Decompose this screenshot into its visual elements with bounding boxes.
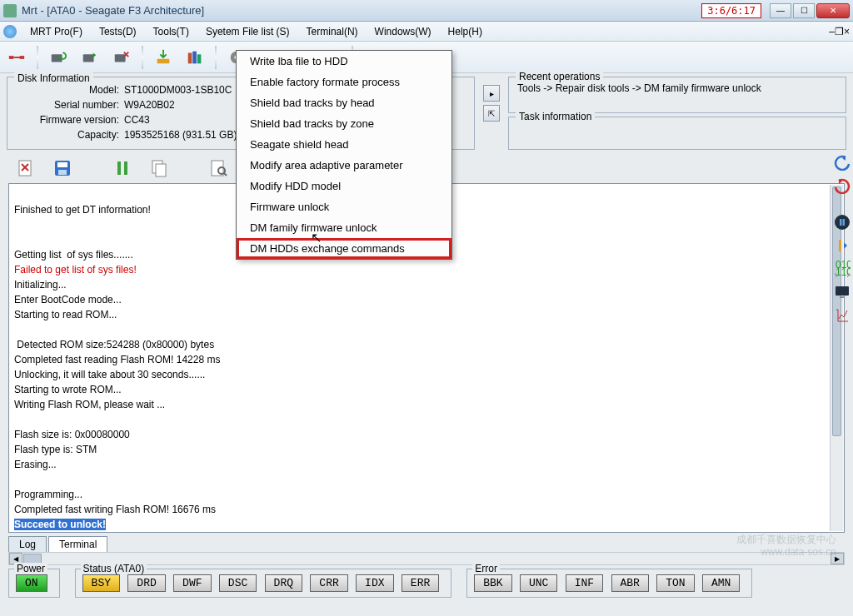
recent-ops-legend: Recent operations bbox=[516, 71, 603, 82]
term-line: Unlocking, it will take about 30 seconds… bbox=[14, 369, 205, 380]
minimize-button[interactable]: — bbox=[770, 3, 791, 18]
tab-terminal[interactable]: Terminal bbox=[48, 536, 107, 552]
svg-rect-35 bbox=[836, 286, 849, 296]
badge-amn: AMN bbox=[702, 574, 740, 592]
svg-rect-5 bbox=[115, 54, 126, 62]
power-legend: Power bbox=[14, 563, 47, 574]
menu-mrtpro[interactable]: MRT Pro(F) bbox=[22, 23, 91, 40]
error-group: Error BBK UNC INF ABR TON AMN bbox=[466, 569, 752, 598]
svg-rect-31 bbox=[843, 219, 846, 226]
recent-operations-panel: Recent operations Tools -> Repair disk t… bbox=[508, 77, 846, 113]
task-information-panel: Task information bbox=[508, 117, 846, 150]
firmware-value: CC43 bbox=[124, 112, 150, 127]
action-find-icon[interactable] bbox=[207, 156, 232, 180]
term-line: Finished to get DT information! bbox=[14, 204, 151, 216]
action-copy-icon[interactable] bbox=[147, 156, 172, 180]
svg-rect-20 bbox=[57, 162, 67, 167]
svg-rect-0 bbox=[9, 56, 14, 59]
window-title: Mrt - [ATA0 - Seagate F3 Architecture] bbox=[22, 4, 701, 17]
status-group: Status (ATA0) BSY DRD DWF DSC DRQ CRR ID… bbox=[75, 569, 452, 598]
serial-label: Serial number: bbox=[16, 97, 124, 112]
action-pause-icon[interactable] bbox=[110, 156, 135, 180]
tool-books-icon[interactable] bbox=[183, 46, 207, 69]
tool-download-icon[interactable] bbox=[152, 46, 175, 69]
tool-drive-forward-icon[interactable] bbox=[78, 46, 102, 69]
svg-rect-23 bbox=[124, 161, 127, 175]
badge-err: ERR bbox=[402, 574, 439, 592]
badge-inf: INF bbox=[566, 574, 603, 592]
panel-expand-button[interactable]: ⇱ bbox=[483, 105, 500, 122]
menu-shield-bad-tracks-head[interactable]: Shield bad tracks by head bbox=[237, 92, 451, 113]
panel-collapse-button[interactable]: ▸ bbox=[483, 85, 500, 102]
menu-tools[interactable]: Tools(T) bbox=[145, 23, 197, 40]
svg-rect-8 bbox=[192, 51, 197, 63]
action-save-icon[interactable] bbox=[50, 156, 75, 180]
tool-drive-refresh-icon[interactable] bbox=[47, 46, 70, 69]
serial-value: W9A20B02 bbox=[124, 97, 175, 112]
menu-modify-area-adaptive[interactable]: Modify area adaptive parameter bbox=[237, 155, 451, 176]
status-legend: Status (ATA0) bbox=[81, 563, 147, 574]
step-icon[interactable] bbox=[833, 236, 851, 255]
tabstrip: Log Terminal bbox=[8, 536, 845, 552]
menu-shield-bad-tracks-zone[interactable]: Shield bad tracks by zone bbox=[237, 113, 451, 134]
term-line: Initializing... bbox=[14, 279, 67, 291]
term-line: Completed fast writing Flash ROM! 16676 … bbox=[14, 504, 216, 515]
tool-connect-icon[interactable] bbox=[5, 46, 28, 69]
menu-firmware-unlock[interactable]: Firmware unlock bbox=[237, 196, 451, 217]
svg-rect-22 bbox=[117, 161, 121, 175]
badge-bbk: BBK bbox=[474, 574, 511, 592]
error-legend: Error bbox=[472, 563, 500, 574]
term-line-error: Failed to get list of sys files! bbox=[14, 264, 137, 276]
menu-windows[interactable]: Windows(W) bbox=[367, 23, 440, 40]
svg-point-29 bbox=[835, 215, 850, 230]
undo-icon[interactable] bbox=[833, 153, 851, 171]
capacity-value: 1953525168 (931.51 GB) bbox=[124, 127, 237, 142]
menu-dm-family-firmware-unlock[interactable]: DM family firmware unlock bbox=[237, 217, 451, 238]
svg-rect-30 bbox=[840, 219, 842, 226]
recent-ops-text: Tools -> Repair disk tools -> DM family … bbox=[517, 82, 837, 94]
menu-help[interactable]: Help(H) bbox=[440, 23, 491, 40]
term-line-success: Succeed to unlock! bbox=[14, 519, 106, 530]
power-badge: ON bbox=[16, 574, 47, 592]
model-value: ST1000DM003-1SB10C bbox=[124, 82, 232, 97]
repair-tools-dropdown: Write lba file to HDD Enable factory for… bbox=[236, 50, 452, 260]
tool-drive-delete-icon[interactable] bbox=[110, 46, 133, 69]
close-button[interactable]: ✕ bbox=[816, 3, 850, 18]
badge-crr: CRR bbox=[310, 574, 347, 592]
menu-tests[interactable]: Tests(D) bbox=[91, 23, 145, 40]
menu-modify-hdd-model[interactable]: Modify HDD model bbox=[237, 176, 451, 196]
badge-abr: ABR bbox=[611, 574, 649, 592]
stop-icon[interactable] bbox=[833, 213, 851, 231]
menu-seagate-shield-head[interactable]: Seagate shield head bbox=[237, 134, 451, 155]
redo-icon[interactable] bbox=[833, 176, 851, 195]
term-line: Completed fast reading Flash ROM! 14228 … bbox=[14, 354, 220, 365]
menu-terminal[interactable]: Terminal(N) bbox=[298, 23, 367, 40]
app-icon bbox=[3, 4, 17, 17]
svg-rect-9 bbox=[197, 54, 202, 63]
binary-icon[interactable]: 010110 bbox=[833, 260, 851, 278]
badge-drd: DRD bbox=[127, 574, 165, 592]
timestamp-badge: 3:6/6:17 bbox=[701, 3, 761, 18]
maximize-button[interactable]: ☐ bbox=[793, 3, 815, 18]
mdi-restore[interactable]: ❐ bbox=[835, 26, 844, 37]
titlebar: Mrt - [ATA0 - Seagate F3 Architecture] 3… bbox=[0, 0, 853, 22]
badge-unc: UNC bbox=[520, 574, 557, 592]
term-line: Getting list of sys files....... bbox=[14, 249, 133, 261]
term-line: Programming... bbox=[14, 489, 82, 500]
menu-dm-hdds-exchange-commands[interactable]: DM HDDs exchange commands bbox=[237, 238, 451, 259]
menu-write-lba[interactable]: Write lba file to HDD bbox=[237, 51, 451, 72]
menu-system-file-list[interactable]: Syetem File list (S) bbox=[197, 23, 298, 40]
term-line: Erasing... bbox=[14, 459, 57, 470]
task-info-legend: Task information bbox=[516, 111, 595, 122]
monitor-icon[interactable] bbox=[833, 283, 851, 301]
svg-rect-36 bbox=[840, 296, 845, 298]
mdi-close[interactable]: × bbox=[844, 26, 850, 37]
firmware-label: Firmware version: bbox=[16, 112, 124, 127]
action-cancel-icon[interactable] bbox=[13, 156, 38, 180]
mdi-minimize[interactable]: – bbox=[829, 26, 835, 37]
term-line: Starting to wrote ROM... bbox=[14, 384, 122, 395]
menu-enable-factory-format[interactable]: Enable factory formate process bbox=[237, 72, 451, 92]
chart-icon[interactable] bbox=[833, 306, 851, 325]
term-line: Writing Flash ROM, please wait ... bbox=[14, 399, 165, 410]
tab-log[interactable]: Log bbox=[8, 536, 47, 552]
